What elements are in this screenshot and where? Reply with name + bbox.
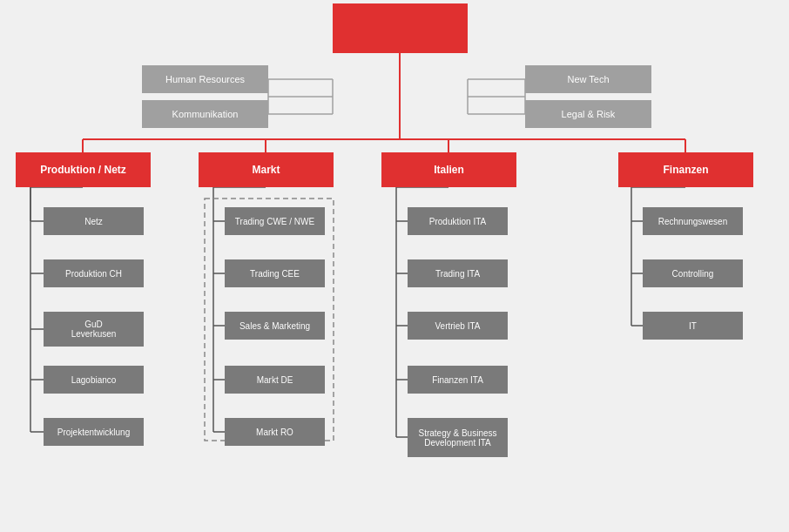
sub-box-8: Markt DE xyxy=(225,366,325,394)
sub-box-16: Controlling xyxy=(643,259,743,287)
sub-box-0: Netz xyxy=(44,207,144,235)
division-header-0: Produktion / Netz xyxy=(16,152,151,187)
staff-box-1: Kommunikation xyxy=(142,100,268,128)
sub-box-10: Produktion ITA xyxy=(408,207,508,235)
sub-box-9: Markt RO xyxy=(225,418,325,446)
staff-box-3: Legal & Risk xyxy=(525,100,651,128)
sub-box-3: Lagobianco xyxy=(44,366,144,394)
division-header-1: Markt xyxy=(199,152,334,187)
sub-box-15: Rechnungswesen xyxy=(643,207,743,235)
sub-box-4: Projektentwicklung xyxy=(44,418,144,446)
staff-box-0: Human Resources xyxy=(142,65,268,93)
sub-box-5: Trading CWE / NWE xyxy=(225,207,325,235)
staff-box-2: New Tech xyxy=(525,65,651,93)
sub-box-13: Finanzen ITA xyxy=(408,366,508,394)
sub-box-14: Strategy & Business Development ITA xyxy=(408,418,508,457)
sub-box-17: IT xyxy=(643,312,743,340)
sub-box-1: Produktion CH xyxy=(44,259,144,287)
sub-box-7: Sales & Marketing xyxy=(225,312,325,340)
sub-box-12: Vertrieb ITA xyxy=(408,312,508,340)
ceo-box xyxy=(333,3,468,53)
sub-box-2: GuD Leverkusen xyxy=(44,312,144,347)
division-header-3: Finanzen xyxy=(618,152,753,187)
sub-box-6: Trading CEE xyxy=(225,259,325,287)
sub-box-11: Trading ITA xyxy=(408,259,508,287)
division-header-2: Italien xyxy=(381,152,516,187)
